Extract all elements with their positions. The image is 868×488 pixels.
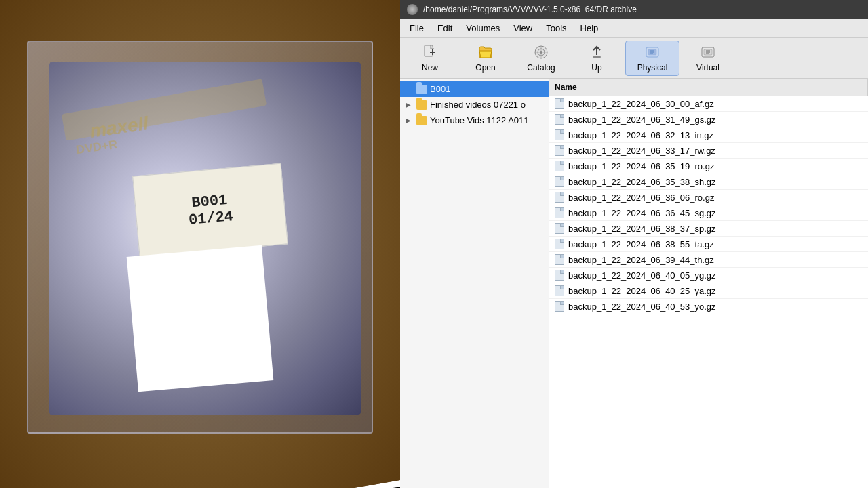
- toolbar-open-label: Open: [475, 63, 495, 73]
- file-name: backup_1_22_2024_06_36_45_sg.gz: [568, 208, 716, 218]
- file-row[interactable]: backup_1_22_2024_06_36_06_ro.gz: [549, 190, 868, 205]
- toolbar: New Open Catalog: [400, 38, 868, 79]
- file-icon: [555, 176, 564, 187]
- file-name: backup_1_22_2024_06_38_37_sp.gz: [568, 224, 716, 234]
- tree-panel: B001 ▶ Finished videos 07221 o ▶ YouTube…: [400, 79, 549, 488]
- tree-label-b001: B001: [430, 84, 450, 94]
- file-icon: [555, 129, 564, 140]
- file-name: backup_1_22_2024_06_35_19_ro.gz: [568, 161, 714, 171]
- physical-icon: [644, 44, 660, 60]
- sticker-line2: 01/24: [188, 208, 234, 229]
- file-name: backup_1_22_2024_06_39_44_th.gz: [568, 255, 714, 265]
- file-row[interactable]: backup_1_22_2024_06_40_53_yo.gz: [549, 299, 868, 314]
- file-row[interactable]: backup_1_22_2024_06_38_55_ta.gz: [549, 237, 868, 252]
- tree-label-finished: Finished videos 07221 o: [430, 100, 526, 110]
- file-name: backup_1_22_2024_06_38_55_ta.gz: [568, 239, 714, 249]
- file-icon: [555, 239, 564, 249]
- file-panel: Name backup_1_22_2024_06_30_00_af.gzback…: [549, 79, 868, 488]
- photo-panel: maxell DVD+R B001 01/24: [0, 0, 400, 488]
- file-row[interactable]: backup_1_22_2024_06_33_17_rw.gz: [549, 143, 868, 159]
- menu-volumes[interactable]: Volumes: [459, 20, 507, 36]
- file-name: backup_1_22_2024_06_31_49_gs.gz: [568, 115, 716, 125]
- toolbar-physical-button[interactable]: Physical: [625, 41, 679, 76]
- menu-edit[interactable]: Edit: [431, 20, 459, 36]
- file-name: backup_1_22_2024_06_32_13_in.gz: [568, 130, 713, 140]
- menu-help[interactable]: Help: [574, 20, 606, 36]
- file-icon: [555, 270, 564, 281]
- toolbar-catalog-label: Catalog: [527, 63, 555, 73]
- toolbar-open-button[interactable]: Open: [458, 41, 513, 76]
- file-name: backup_1_22_2024_06_40_53_yo.gz: [568, 302, 716, 312]
- file-icon: [555, 223, 564, 234]
- file-row[interactable]: backup_1_22_2024_06_32_13_in.gz: [549, 127, 868, 143]
- file-icon: [555, 285, 564, 296]
- tree-item-finished[interactable]: ▶ Finished videos 07221 o: [400, 97, 549, 113]
- app-icon: [407, 4, 418, 15]
- svg-rect-0: [275, 479, 400, 488]
- app-panel: /home/daniel/Programs/VVV/VVV-1.5.0-x86_…: [400, 0, 868, 488]
- file-name: backup_1_22_2024_06_40_05_yg.gz: [568, 270, 716, 281]
- toolbar-up-button[interactable]: Up: [570, 41, 624, 76]
- file-icon: [555, 114, 564, 125]
- file-row[interactable]: backup_1_22_2024_06_31_49_gs.gz: [549, 112, 868, 127]
- file-row[interactable]: backup_1_22_2024_06_38_37_sp.gz: [549, 221, 868, 237]
- file-name: backup_1_22_2024_06_30_00_af.gz: [568, 99, 714, 109]
- main-area: B001 ▶ Finished videos 07221 o ▶ YouTube…: [400, 79, 868, 488]
- toolbar-up-label: Up: [591, 63, 601, 73]
- menu-tools[interactable]: Tools: [539, 20, 573, 36]
- file-name: backup_1_22_2024_06_35_38_sh.gz: [568, 177, 716, 187]
- file-icon: [555, 207, 564, 218]
- toolbar-physical-label: Physical: [637, 63, 668, 73]
- toolbar-virtual-button[interactable]: Virtual: [681, 41, 735, 76]
- tree-folder-icon-youtube: [416, 116, 427, 125]
- toolbar-catalog-button[interactable]: Catalog: [514, 41, 568, 76]
- file-name: backup_1_22_2024_06_33_17_rw.gz: [568, 146, 715, 156]
- tree-folder-icon-finished: [416, 100, 427, 110]
- tree-label-youtube: YouTube Vids 1122 A011: [430, 115, 529, 125]
- svg-rect-83: [593, 56, 601, 58]
- file-name: backup_1_22_2024_06_36_06_ro.gz: [568, 192, 714, 203]
- file-name: backup_1_22_2024_06_40_25_ya.gz: [568, 286, 716, 296]
- title-bar: /home/daniel/Programs/VVV/VVV-1.5.0-x86_…: [400, 0, 868, 19]
- file-col-name: Name: [549, 79, 868, 96]
- file-row[interactable]: backup_1_22_2024_06_30_00_af.gz: [549, 96, 868, 112]
- file-row[interactable]: backup_1_22_2024_06_36_45_sg.gz: [549, 205, 868, 221]
- dvd-brand-label: maxell: [88, 113, 150, 142]
- file-icon: [555, 192, 564, 203]
- tree-folder-icon-b001: [416, 85, 427, 94]
- file-icon: [555, 301, 564, 312]
- file-icon: [555, 161, 564, 171]
- file-list-header: Name: [549, 79, 868, 96]
- file-row[interactable]: backup_1_22_2024_06_40_05_yg.gz: [549, 268, 868, 283]
- file-row[interactable]: backup_1_22_2024_06_35_19_ro.gz: [549, 159, 868, 174]
- photo-background: maxell DVD+R B001 01/24: [0, 0, 400, 488]
- file-row[interactable]: backup_1_22_2024_06_35_38_sh.gz: [549, 174, 868, 190]
- toolbar-new-button[interactable]: New: [403, 41, 457, 76]
- title-bar-text: /home/daniel/Programs/VVV/VVV-1.5.0-x86_…: [423, 5, 637, 14]
- menu-view[interactable]: View: [507, 20, 539, 36]
- file-row[interactable]: backup_1_22_2024_06_39_44_th.gz: [549, 252, 868, 268]
- menu-bar: File Edit Volumes View Tools Help: [400, 19, 868, 38]
- tree-arrow-youtube: ▶: [406, 117, 414, 124]
- catalog-icon: [533, 44, 549, 60]
- tree-arrow-finished: ▶: [406, 101, 414, 108]
- file-icon: [555, 254, 564, 265]
- disc-sticker: B001 01/24: [132, 163, 288, 258]
- toolbar-virtual-label: Virtual: [696, 63, 719, 73]
- file-list: backup_1_22_2024_06_30_00_af.gzbackup_1_…: [549, 96, 868, 488]
- file-icon: [555, 145, 564, 156]
- menu-file[interactable]: File: [403, 20, 431, 36]
- dvd-type-label: DVD+R: [75, 138, 119, 157]
- toolbar-new-label: New: [422, 63, 438, 73]
- new-icon: [422, 44, 438, 60]
- virtual-icon: [700, 44, 716, 60]
- tree-item-youtube[interactable]: ▶ YouTube Vids 1122 A011: [400, 113, 549, 128]
- open-icon: [477, 44, 494, 60]
- file-icon: [555, 98, 564, 109]
- file-row[interactable]: backup_1_22_2024_06_40_25_ya.gz: [549, 283, 868, 299]
- tree-item-b001[interactable]: B001: [400, 81, 549, 97]
- qr-code: [127, 245, 274, 392]
- up-icon: [589, 44, 605, 60]
